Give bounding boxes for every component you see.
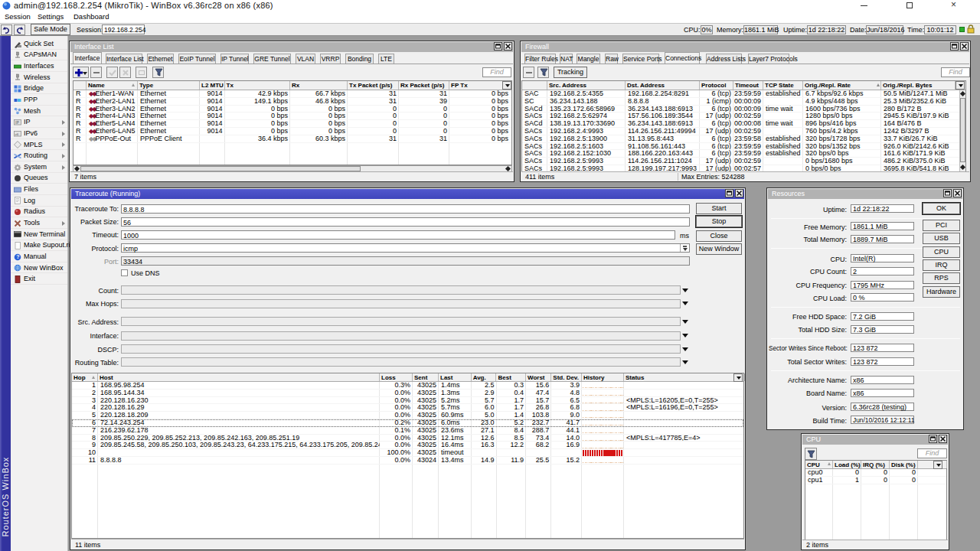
svg-text:v6: v6 xyxy=(15,132,19,135)
svg-text:?: ? xyxy=(16,254,19,259)
svg-text:IP: IP xyxy=(15,120,19,125)
